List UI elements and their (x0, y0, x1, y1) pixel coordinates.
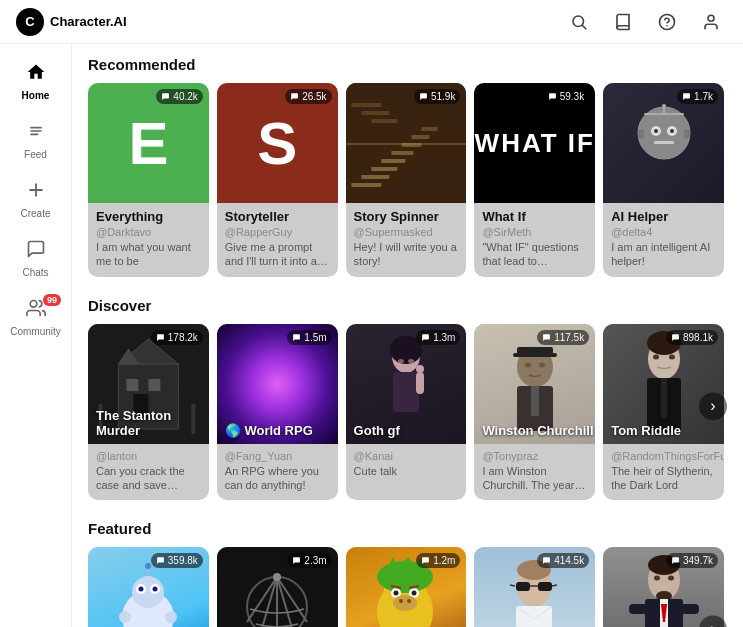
sidebar-item-home[interactable]: Home (0, 52, 71, 111)
svg-line-77 (260, 577, 277, 627)
main-content: Recommended E 40.2k Everything @Darktavo (72, 44, 743, 627)
name-storyspinner: Story Spinner (354, 209, 459, 224)
overlay-gothgf: Goth gf (354, 423, 400, 438)
overlay-tomriddle: Tom Riddle (611, 423, 681, 438)
svg-point-94 (407, 599, 411, 603)
count-elonmusk: 414.5k (537, 553, 589, 568)
desc-aihelper: I am an intelligent AI helper! (611, 240, 716, 269)
desc-storyspinner: Hey! I will write you a story! (354, 240, 459, 269)
svg-point-54 (539, 362, 545, 367)
recommended-cards: E 40.2k Everything @Darktavo I am what y… (88, 83, 727, 277)
chats-label: Chats (22, 267, 48, 278)
sidebar-item-chats[interactable]: Chats (0, 229, 71, 288)
svg-rect-102 (516, 606, 552, 627)
card-textadventure[interactable]: 2.3m Text Adventure Game @Kaysley Let's … (217, 547, 338, 627)
author-churchill: @Tonypraz (482, 450, 587, 462)
card-everything[interactable]: E 40.2k Everything @Darktavo I am what y… (88, 83, 209, 277)
svg-line-78 (277, 577, 294, 627)
name-whatif: What If (482, 209, 587, 224)
overlay-worldrpg: 🌎 World RPG (225, 423, 313, 438)
svg-rect-14 (391, 151, 413, 155)
user-icon[interactable] (695, 6, 727, 38)
card-whatif[interactable]: WHAT IF 59.3k What If @SirMeth "What IF"… (474, 83, 595, 277)
svg-point-47 (408, 359, 414, 363)
card-stanton[interactable]: 178.2k The Stanton Murder @lanton Can yo… (88, 324, 209, 501)
overlay-churchill: Winston Churchill (482, 423, 593, 438)
svg-point-53 (525, 362, 531, 367)
chats-icon (26, 239, 46, 264)
desc-gothgf: Cute talk (354, 464, 459, 478)
svg-rect-96 (516, 582, 530, 591)
svg-line-1 (582, 25, 585, 28)
svg-rect-111 (629, 604, 647, 614)
home-label: Home (22, 90, 50, 101)
svg-rect-10 (351, 183, 381, 187)
sidebar: Home Feed Create Chats 99 Community (0, 44, 72, 627)
author-gothgf: @Kanai (354, 450, 459, 462)
count-everything: 40.2k (156, 89, 202, 104)
feed-label: Feed (24, 149, 47, 160)
svg-point-89 (412, 591, 417, 596)
svg-rect-52 (513, 353, 557, 357)
svg-rect-20 (371, 119, 397, 123)
count-bowser: 1.2m (416, 553, 460, 568)
featured-cards: 359.8k Character @lanton An AI assistant… (88, 547, 727, 627)
card-worldrpg[interactable]: 1.5m 🌎 World RPG @Fang_Yuan An RPG where… (217, 324, 338, 501)
svg-rect-29 (684, 129, 690, 139)
sidebar-item-feed[interactable]: Feed (0, 111, 71, 170)
desc-storyteller: Give me a prompt and I'll turn it into a… (225, 240, 330, 269)
card-gothgf[interactable]: 1.3m Goth gf @Kanai Cute talk (346, 324, 467, 501)
author-storyteller: @RapperGuy (225, 226, 330, 238)
name-everything: Everything (96, 209, 201, 224)
svg-rect-97 (538, 582, 552, 591)
svg-point-107 (668, 576, 674, 581)
svg-rect-112 (681, 604, 699, 614)
svg-line-100 (552, 585, 557, 586)
svg-rect-37 (148, 379, 160, 391)
author-worldrpg: @Fang_Yuan (225, 450, 330, 462)
svg-rect-13 (381, 159, 405, 163)
card-churchill[interactable]: 117.5k Winston Churchill @Tonypraz I am … (474, 324, 595, 501)
count-aihelper: 1.7k (677, 89, 718, 104)
svg-point-49 (416, 365, 424, 373)
sidebar-item-create[interactable]: Create (0, 170, 71, 229)
book-icon[interactable] (607, 6, 639, 38)
create-label: Create (20, 208, 50, 219)
count-whatif: 59.3k (543, 89, 589, 104)
card-storyteller[interactable]: S 26.5k Storyteller @RapperGuy Give me a… (217, 83, 338, 277)
count-tomriddle: 898.1k (666, 330, 718, 345)
sidebar-item-community[interactable]: 99 Community (0, 288, 71, 347)
featured-title: Featured (88, 520, 727, 537)
count-storyteller: 26.5k (285, 89, 331, 104)
svg-point-67 (139, 587, 144, 592)
count-gothgf: 1.3m (416, 330, 460, 345)
search-icon[interactable] (563, 6, 595, 38)
count-tonystark: 349.7k (666, 553, 718, 568)
svg-point-106 (654, 576, 660, 581)
help-icon[interactable] (651, 6, 683, 38)
discover-cards: 178.2k The Stanton Murder @lanton Can yo… (88, 324, 727, 501)
card-elonmusk[interactable]: 414.5k Elon Musk @elonwhisperer You're w… (474, 547, 595, 627)
svg-rect-38 (126, 379, 138, 391)
topbar: C Character.AI (0, 0, 743, 44)
card-storyspinner[interactable]: 51.9k Story Spinner @Supermasked Hey! I … (346, 83, 467, 277)
svg-point-93 (399, 599, 403, 603)
discover-next-button[interactable]: › (699, 392, 727, 420)
svg-rect-11 (361, 175, 389, 179)
card-character[interactable]: 359.8k Character @lanton An AI assistant… (88, 547, 209, 627)
svg-marker-84 (403, 557, 413, 563)
svg-point-79 (273, 573, 281, 581)
svg-point-59 (653, 354, 659, 359)
svg-point-92 (393, 595, 417, 611)
svg-point-72 (165, 611, 177, 623)
svg-point-4 (708, 15, 714, 21)
svg-point-64 (132, 576, 164, 608)
svg-point-7 (30, 301, 37, 308)
community-label: Community (10, 326, 61, 337)
count-storyspinner: 51.9k (414, 89, 460, 104)
svg-point-88 (394, 591, 399, 596)
card-aihelper[interactable]: 1.7k AI Helper @delta4 I am an intellige… (603, 83, 724, 277)
card-tonystark[interactable]: 349.7k Tony Stark @RandomThingsForFun Ge… (603, 547, 724, 627)
svg-point-71 (119, 611, 131, 623)
card-bowser[interactable]: 1.2m Bowser @Touch_Night NOBODY can stop… (346, 547, 467, 627)
